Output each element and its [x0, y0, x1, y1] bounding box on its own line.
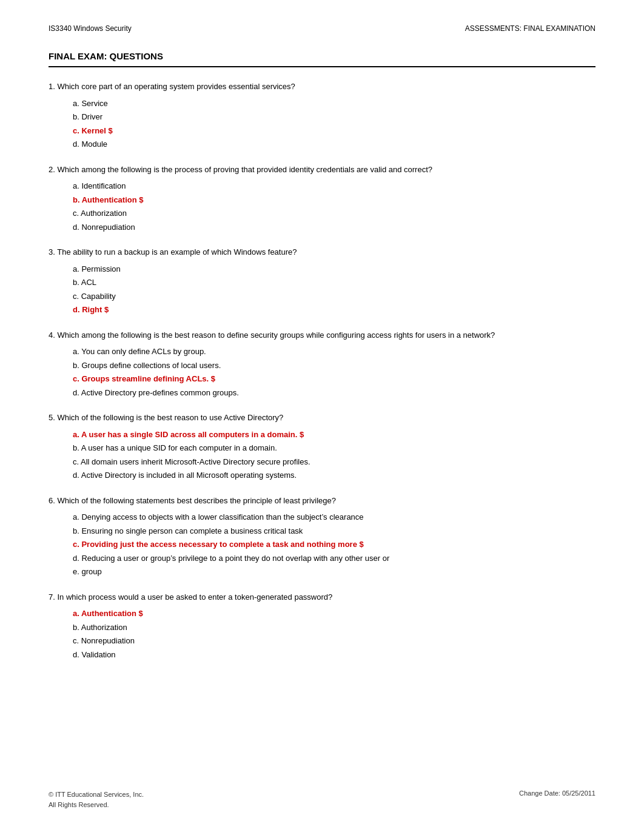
page-header: IS3340 Windows Security ASSESSMENTS: FIN…: [49, 24, 595, 33]
question-2-text: 2. Which among the following is the proc…: [49, 164, 595, 176]
question-3-answer-c: c. Capability: [73, 290, 595, 303]
question-5: 5. Which of the following is the best re…: [49, 412, 595, 481]
question-2-answers: a. Identificationb. Authentication $c. A…: [73, 180, 595, 233]
question-4-answer-b: b. Groups define collections of local us…: [73, 360, 595, 372]
question-7-answers: a. Authentication $b. Authorizationc. No…: [73, 608, 595, 660]
question-1-answer-b: b. Driver: [73, 111, 595, 123]
question-4-answer-c: c. Groups streamline defining ACLs. $: [73, 373, 595, 385]
question-5-answer-d: d. Active Directory is included in all M…: [73, 469, 595, 481]
question-4-answers: a. You can only define ACLs by group.b. …: [73, 346, 595, 398]
question-4: 4. Which among the following is the best…: [49, 329, 595, 399]
question-2-answer-c: c. Authorization: [73, 207, 595, 220]
question-4-answer-d: d. Active Directory pre-defines common g…: [73, 387, 595, 399]
page-footer: © ITT Educational Services, Inc. All Rig…: [49, 790, 595, 811]
header-right: ASSESSMENTS: FINAL EXAMINATION: [465, 24, 595, 33]
question-6-text: 6. Which of the following statements bes…: [49, 495, 595, 507]
question-2-answer-d: d. Nonrepudiation: [73, 221, 595, 233]
question-5-answer-c: c. All domain users inherit Microsoft-Ac…: [73, 456, 595, 468]
question-3: 3. The ability to run a backup is an exa…: [49, 246, 595, 316]
question-5-answer-a: a. A user has a single SID across all co…: [73, 429, 595, 441]
footer-left: © ITT Educational Services, Inc. All Rig…: [49, 790, 144, 811]
questions-container: 1. Which core part of an operating syste…: [49, 81, 595, 660]
question-1-answer-c: c. Kernel $: [73, 125, 595, 137]
question-4-text: 4. Which among the following is the best…: [49, 329, 595, 341]
question-4-answer-a: a. You can only define ACLs by group.: [73, 346, 595, 358]
question-2-answer-a: a. Identification: [73, 180, 595, 192]
question-3-answers: a. Permissionb. ACLc. Capabilityd. Right…: [73, 263, 595, 316]
question-5-text: 5. Which of the following is the best re…: [49, 412, 595, 424]
footer-copyright: © ITT Educational Services, Inc.: [49, 790, 144, 800]
footer-rights: All Rights Reserved.: [49, 800, 144, 811]
question-7: 7. In which process would a user be aske…: [49, 591, 595, 661]
question-3-answer-b: b. ACL: [73, 277, 595, 289]
question-5-answers: a. A user has a single SID across all co…: [73, 429, 595, 481]
question-6-answer-e: e. group: [73, 566, 595, 578]
footer-right: Change Date: 05/25/2011: [519, 790, 595, 811]
question-5-answer-b: b. A user has a unique SID for each comp…: [73, 442, 595, 454]
question-6-answer-a: a. Denying access to objects with a lowe…: [73, 511, 595, 523]
question-1-answers: a. Serviceb. Driverc. Kernel $d. Module: [73, 98, 595, 150]
question-3-answer-a: a. Permission: [73, 263, 595, 275]
question-2-answer-b: b. Authentication $: [73, 194, 595, 206]
question-7-text: 7. In which process would a user be aske…: [49, 591, 595, 603]
question-7-answer-b: b. Authorization: [73, 622, 595, 634]
question-1: 1. Which core part of an operating syste…: [49, 81, 595, 150]
question-3-answer-d: d. Right $: [73, 304, 595, 316]
question-3-text: 3. The ability to run a backup is an exa…: [49, 246, 595, 258]
question-1-answer-a: a. Service: [73, 98, 595, 110]
page: IS3340 Windows Security ASSESSMENTS: FIN…: [0, 0, 644, 835]
question-6-answers: a. Denying access to objects with a lowe…: [73, 511, 595, 578]
question-1-text: 1. Which core part of an operating syste…: [49, 81, 595, 93]
header-left: IS3340 Windows Security: [49, 24, 132, 33]
question-7-answer-d: d. Validation: [73, 649, 595, 661]
question-6-answer-c: c. Providing just the access necessary t…: [73, 538, 595, 551]
question-6-answer-d: d. Reducing a user or group’s privilege …: [73, 552, 595, 565]
question-1-answer-d: d. Module: [73, 138, 595, 150]
question-7-answer-c: c. Nonrepudiation: [73, 635, 595, 647]
question-6-answer-b: b. Ensuring no single person can complet…: [73, 525, 595, 537]
question-6: 6. Which of the following statements bes…: [49, 495, 595, 578]
page-title: FINAL EXAM: QUESTIONS: [49, 51, 595, 67]
question-7-answer-a: a. Authentication $: [73, 608, 595, 620]
question-2: 2. Which among the following is the proc…: [49, 164, 595, 233]
